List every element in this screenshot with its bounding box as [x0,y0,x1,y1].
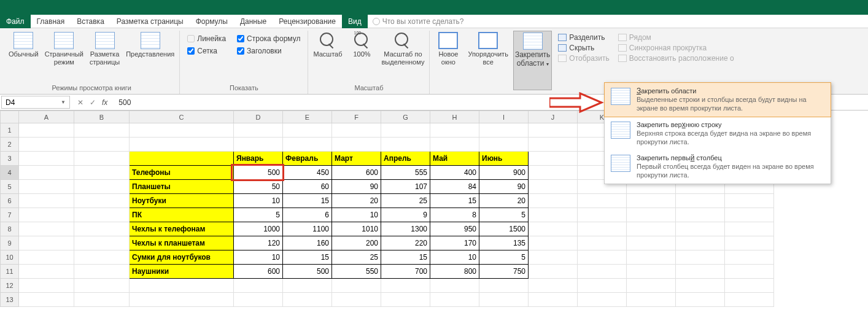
cell[interactable]: 20 [332,194,381,208]
cancel-icon[interactable]: ✕ [77,98,83,107]
menu-tab-данные[interactable]: Данные [234,15,273,28]
headings-checkbox[interactable]: Заголовки [237,47,300,55]
freeze-panes-button[interactable]: Закрепить области ▾ [513,31,552,90]
cell[interactable] [19,138,74,152]
cell[interactable]: 200 [332,236,381,250]
cell[interactable] [529,138,578,152]
cell[interactable] [725,194,774,208]
cell[interactable] [381,293,430,307]
cell[interactable]: 220 [381,236,430,250]
cell[interactable]: 700 [381,265,430,279]
name-box[interactable]: D4 ▼ [1,96,70,109]
cell[interactable] [234,123,283,138]
cell[interactable]: 1010 [332,222,381,236]
cell[interactable]: Январь [234,152,283,166]
cell[interactable]: 135 [479,236,529,250]
cell[interactable] [19,194,74,208]
cell[interactable] [578,265,627,279]
cell[interactable] [74,293,130,307]
cell[interactable] [19,208,74,222]
cell[interactable] [479,123,529,138]
cell[interactable] [479,279,529,293]
cell[interactable]: 15 [283,250,332,265]
column-header[interactable]: F [332,111,381,123]
column-header[interactable]: J [529,111,578,123]
cell[interactable] [332,138,381,152]
menu-tab-вид[interactable]: Вид [342,15,368,28]
cell[interactable] [725,265,774,279]
column-header[interactable]: A [19,111,74,123]
view-normal-button[interactable]: Обычный [7,31,40,83]
cell[interactable] [332,279,381,293]
chevron-down-icon[interactable]: ▼ [61,99,66,105]
cell[interactable]: 800 [430,265,479,279]
ruler-checkbox[interactable]: Линейка [187,34,226,43]
cell[interactable] [479,138,529,152]
cell[interactable]: 1100 [283,222,332,236]
row-header[interactable]: 12 [1,279,19,293]
cell[interactable] [627,194,676,208]
cell[interactable] [578,250,627,265]
cell[interactable]: 60 [283,180,332,194]
cell[interactable] [74,152,130,166]
new-window-button[interactable]: Новое окно [433,31,463,90]
cell[interactable] [19,279,74,293]
cell[interactable] [19,180,74,194]
cell[interactable] [676,194,725,208]
cell[interactable] [676,265,725,279]
cell[interactable] [578,222,627,236]
cell[interactable] [529,166,578,180]
row-header[interactable]: 10 [1,250,19,265]
cell[interactable] [74,138,130,152]
hide-button[interactable]: Скрыть [558,44,609,52]
cell[interactable] [627,222,676,236]
cell[interactable] [74,250,130,265]
arrange-all-button[interactable]: Упорядочить все [467,31,509,90]
cell[interactable]: Наушники [130,265,234,279]
row-header[interactable]: 9 [1,236,19,250]
cell[interactable] [676,279,725,293]
cell[interactable]: ПК [130,208,234,222]
cell[interactable] [130,152,234,166]
cell[interactable] [74,180,130,194]
cell[interactable]: 1300 [381,222,430,236]
view-custom-button[interactable]: Представления [125,31,176,83]
cell[interactable]: 9 [381,208,430,222]
cell[interactable] [627,250,676,265]
cell[interactable] [430,138,479,152]
row-header[interactable]: 6 [1,194,19,208]
cell[interactable]: 15 [430,194,479,208]
cell[interactable]: 5 [479,250,529,265]
cell[interactable] [430,123,479,138]
cell[interactable] [725,222,774,236]
cell[interactable]: 25 [381,194,430,208]
cell[interactable] [19,250,74,265]
cell[interactable] [19,222,74,236]
zoom-selection-button[interactable]: Масштаб по выделенному [381,31,426,83]
cell[interactable] [74,194,130,208]
cell[interactable]: 25 [332,250,381,265]
column-header[interactable]: B [74,111,130,123]
cell[interactable]: 5 [234,208,283,222]
cell[interactable] [74,279,130,293]
cell[interactable] [725,208,774,222]
cell[interactable]: 90 [332,180,381,194]
menu-tab-формулы[interactable]: Формулы [190,15,234,28]
cell[interactable] [725,279,774,293]
cell[interactable] [381,138,430,152]
row-header[interactable]: 7 [1,208,19,222]
freeze-option[interactable]: Закрепить областиВыделенные строки и сто… [604,82,831,117]
cell[interactable]: 10 [430,250,479,265]
cell[interactable]: 10 [234,250,283,265]
column-header[interactable]: H [430,111,479,123]
cell[interactable]: Февраль [283,152,332,166]
cell[interactable] [381,123,430,138]
menu-tab-вставка[interactable]: Вставка [71,15,110,28]
cell[interactable] [529,265,578,279]
cell[interactable] [529,123,578,138]
cell[interactable] [130,138,234,152]
cell[interactable] [130,293,234,307]
cell[interactable]: Март [332,152,381,166]
row-header[interactable]: 8 [1,222,19,236]
row-header[interactable]: 13 [1,293,19,307]
